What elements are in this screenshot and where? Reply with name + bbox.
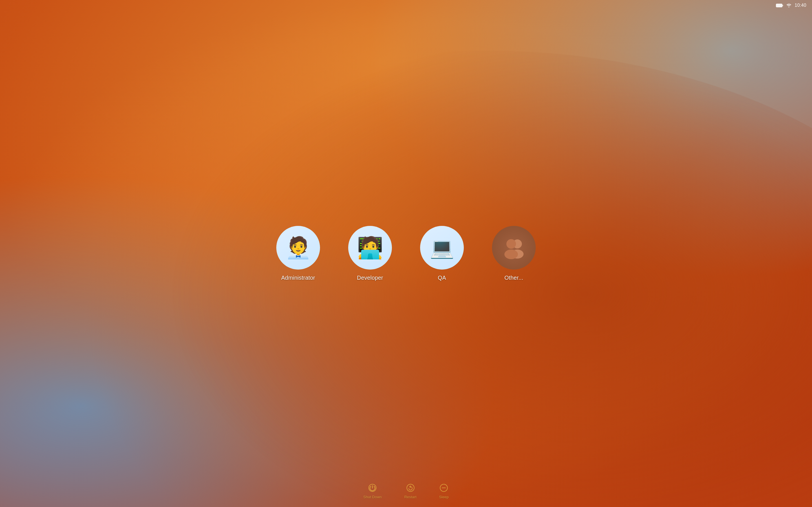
sleep-label: Sleep <box>439 495 449 499</box>
wifi-icon <box>786 3 792 7</box>
user-avatar-developer: 🧑‍💻 <box>348 226 392 270</box>
restart-icon <box>406 483 415 493</box>
svg-rect-1 <box>782 5 783 6</box>
user-avatar-qa: 💻 <box>420 226 464 270</box>
user-item-administrator[interactable]: 🧑‍💼 Administrator <box>276 226 320 281</box>
user-item-developer[interactable]: 🧑‍💻 Developer <box>348 226 392 281</box>
users-row: 🧑‍💼 Administrator 🧑‍💻 Developer 💻 QA <box>276 226 536 281</box>
user-name-other: Other... <box>504 275 523 281</box>
sleep-button[interactable]: Sleep <box>439 483 449 499</box>
restart-label: Restart <box>404 495 416 499</box>
developer-avatar-emoji: 🧑‍💻 <box>357 235 384 260</box>
qa-avatar-emoji: 💻 <box>430 236 454 260</box>
user-name-administrator: Administrator <box>281 275 315 281</box>
login-container: 🧑‍💼 Administrator 🧑‍💻 Developer 💻 QA <box>0 0 812 507</box>
user-avatar-other <box>492 226 536 270</box>
user-name-qa: QA <box>438 275 446 281</box>
other-users-icon <box>500 237 527 259</box>
time-display: 10:40 <box>795 3 806 8</box>
status-bar: 10:40 <box>770 0 812 11</box>
shutdown-button[interactable]: Shut Down <box>363 483 382 499</box>
svg-point-4 <box>506 239 516 249</box>
shutdown-icon <box>368 483 377 493</box>
user-item-qa[interactable]: 💻 QA <box>420 226 464 281</box>
sleep-icon <box>439 483 449 493</box>
shutdown-label: Shut Down <box>363 495 382 499</box>
svg-rect-0 <box>776 4 782 7</box>
svg-point-5 <box>504 249 518 259</box>
user-avatar-administrator: 🧑‍💼 <box>276 226 320 270</box>
battery-icon <box>776 4 783 7</box>
restart-button[interactable]: Restart <box>404 483 416 499</box>
admin-avatar-emoji: 🧑‍💼 <box>285 235 312 260</box>
user-item-other[interactable]: Other... <box>492 226 536 281</box>
bottom-action-bar: Shut Down Restart Sleep <box>0 483 812 507</box>
user-name-developer: Developer <box>357 275 383 281</box>
